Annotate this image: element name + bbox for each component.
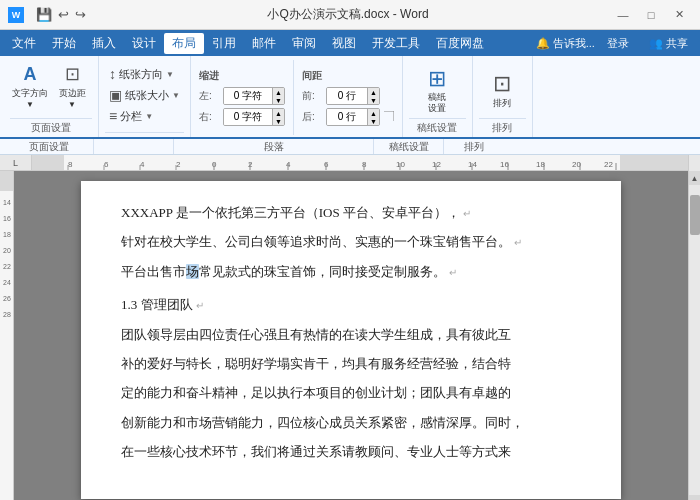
document-canvas[interactable]: XXXAPP 是一个依托第三方平台（IOS 平台、安卓平台）， ↵ 针对在校大学… bbox=[14, 171, 688, 500]
indent-left-down[interactable]: ▼ bbox=[272, 96, 284, 104]
scroll-up-button[interactable]: ▲ bbox=[689, 171, 701, 185]
document-content[interactable]: XXXAPP 是一个依托第三方平台（IOS 平台、安卓平台）， ↵ 针对在校大学… bbox=[121, 201, 581, 464]
paragraph-5-text: 在一些核心技术环节，我们将通过关系请教顾问、专业人士等方式来 bbox=[121, 444, 511, 459]
indent-left-label: 左: bbox=[199, 89, 219, 103]
spacing-after-spinner[interactable]: ▲ ▼ bbox=[326, 108, 380, 126]
text-direction-button[interactable]: A 文字方向 ▼ bbox=[10, 60, 50, 112]
menu-file[interactable]: 文件 bbox=[4, 33, 44, 54]
quick-access-toolbar: 💾 ↩ ↪ bbox=[36, 7, 86, 22]
paragraph-4d: 创新能力和市场营销能力，四位核心成员关系紧密，感情深厚。同时， bbox=[121, 411, 581, 434]
login-button[interactable]: 登录 bbox=[599, 34, 637, 53]
indent-right-down[interactable]: ▼ bbox=[272, 117, 284, 125]
menu-mailings[interactable]: 邮件 bbox=[244, 33, 284, 54]
window-controls: — □ ✕ bbox=[610, 5, 692, 25]
svg-text:2: 2 bbox=[176, 160, 181, 169]
cursor-highlight-char: 场 bbox=[186, 264, 199, 279]
tell-me-btn[interactable]: 🔔 告诉我... bbox=[536, 36, 595, 51]
paper-size-button[interactable]: ▣ 纸张大小 ▼ bbox=[105, 86, 184, 104]
paragraph-1: XXXAPP 是一个依托第三方平台（IOS 平台、安卓平台）， ↵ bbox=[121, 201, 581, 224]
ruler-scroll-area bbox=[688, 155, 700, 171]
paragraph-2-text: 针对在校大学生、公司白领等追求时尚、实惠的一个珠宝销售平台。 bbox=[121, 234, 511, 249]
window-title: 小Q办公演示文稿.docx - Word bbox=[86, 6, 610, 23]
spacing-label: 间距 bbox=[302, 69, 380, 83]
svg-text:4: 4 bbox=[140, 160, 145, 169]
spacing-before-up[interactable]: ▲ bbox=[367, 88, 379, 96]
indent-left-row: 左: ▲ ▼ bbox=[199, 87, 285, 105]
menu-view[interactable]: 视图 bbox=[324, 33, 364, 54]
scroll-thumb[interactable] bbox=[690, 195, 700, 235]
svg-text:22: 22 bbox=[3, 263, 11, 270]
paragraph-3-text-before: 平台出售市 bbox=[121, 264, 186, 279]
svg-rect-2 bbox=[620, 155, 688, 171]
save-quick-btn[interactable]: 💾 bbox=[36, 7, 52, 22]
menu-developer[interactable]: 开发工具 bbox=[364, 33, 428, 54]
indent-right-up[interactable]: ▲ bbox=[272, 109, 284, 117]
spacing-after-row: 后: ▲ ▼ bbox=[302, 108, 380, 126]
paper-orientation-button[interactable]: ↕ 纸张方向 ▼ bbox=[105, 65, 178, 83]
redo-quick-btn[interactable]: ↪ bbox=[75, 7, 86, 22]
paragraph-4c: 定的能力和奋斗精神，足以执行本项目的创业计划；团队具有卓越的 bbox=[121, 381, 581, 404]
svg-text:28: 28 bbox=[3, 311, 11, 318]
menu-review[interactable]: 审阅 bbox=[284, 33, 324, 54]
paragraph-4: 团队领导层由四位责任心强且有热情的在读大学生组成，具有彼此互 bbox=[121, 323, 581, 346]
draft-paper-button[interactable]: ⊞ 稿纸设置 bbox=[415, 64, 459, 116]
paragraph-2: 针对在校大学生、公司白领等追求时尚、实惠的一个珠宝销售平台。 ↵ bbox=[121, 230, 581, 253]
svg-text:10: 10 bbox=[396, 160, 405, 169]
indent-label: 缩进 bbox=[199, 69, 285, 83]
ruler-area: L 8 6 4 2 0 2 4 bbox=[0, 155, 700, 171]
main-area: 14 16 18 20 22 24 26 28 XXXAPP 是一个依托第三方平… bbox=[0, 171, 700, 500]
menu-insert[interactable]: 插入 bbox=[84, 33, 124, 54]
svg-text:16: 16 bbox=[3, 215, 11, 222]
menu-references[interactable]: 引用 bbox=[204, 33, 244, 54]
undo-quick-btn[interactable]: ↩ bbox=[58, 7, 69, 22]
ribbon-group-draft: ⊞ 稿纸设置 稿纸设置 bbox=[403, 56, 473, 137]
indent-left-spinner[interactable]: ▲ ▼ bbox=[223, 87, 285, 105]
spacing-before-spinner[interactable]: ▲ ▼ bbox=[326, 87, 380, 105]
indent-left-input[interactable] bbox=[224, 88, 272, 104]
ribbon-group-text-dir-content: A 文字方向 ▼ ⊡ 页边距 ▼ bbox=[10, 60, 92, 116]
spacing-before-row: 前: ▲ ▼ bbox=[302, 87, 380, 105]
document-page: XXXAPP 是一个依托第三方平台（IOS 平台、安卓平台）， ↵ 针对在校大学… bbox=[81, 181, 621, 499]
paragraph-3-pilcrow: ↵ bbox=[449, 267, 457, 278]
paragraph-expand bbox=[384, 111, 394, 135]
title-bar: W 💾 ↩ ↪ 小Q办公演示文稿.docx - Word — □ ✕ bbox=[0, 0, 700, 30]
group-label-pagesetup: 页面设置 bbox=[4, 139, 94, 154]
heading-1: 1.3 管理团队 ↵ bbox=[121, 293, 581, 316]
spacing-after-label: 后: bbox=[302, 110, 322, 124]
margins-button[interactable]: ⊡ 页边距 ▼ bbox=[52, 60, 92, 112]
menu-layout[interactable]: 布局 bbox=[164, 33, 204, 54]
columns-button[interactable]: ≡ 分栏 ▼ bbox=[105, 107, 157, 125]
paragraph-3-text-after: 常见款式的珠宝首饰，同时接受定制服务。 bbox=[199, 264, 446, 279]
scroll-down-button[interactable]: ▼ bbox=[689, 495, 701, 500]
ribbon-group-labels: 页面设置 段落 稿纸设置 排列 bbox=[0, 139, 700, 155]
indent-right-spinner[interactable]: ▲ ▼ bbox=[223, 108, 285, 126]
ribbon-group-paper: ↕ 纸张方向 ▼ ▣ 纸张大小 ▼ ≡ 分栏 ▼ bbox=[99, 56, 191, 137]
scroll-track[interactable] bbox=[689, 185, 701, 495]
close-button[interactable]: ✕ bbox=[666, 5, 692, 25]
word-app-icon: W bbox=[8, 7, 24, 23]
indent-left-up[interactable]: ▲ bbox=[272, 88, 284, 96]
menu-bar: 文件 开始 插入 设计 布局 引用 邮件 审阅 视图 开发工具 百度网盘 🔔 告… bbox=[0, 30, 700, 56]
spacing-before-down[interactable]: ▼ bbox=[367, 96, 379, 104]
menu-design[interactable]: 设计 bbox=[124, 33, 164, 54]
ribbon-draft-content: ⊞ 稿纸设置 bbox=[409, 60, 466, 116]
spacing-after-input[interactable] bbox=[327, 109, 367, 125]
ribbon-group-paper-content: ↕ 纸张方向 ▼ ▣ 纸张大小 ▼ ≡ 分栏 ▼ bbox=[105, 60, 184, 130]
spacing-after-down[interactable]: ▼ bbox=[367, 117, 379, 125]
minimize-button[interactable]: — bbox=[610, 5, 636, 25]
paragraph-4-line3: 定的能力和奋斗精神，足以执行本项目的创业计划；团队具有卓越的 bbox=[121, 385, 511, 400]
paragraph-4-line2: 补的爱好与特长，聪明好学塌实肯干，均具有服务经营经验，结合特 bbox=[121, 356, 511, 371]
arrange-button[interactable]: ⊡ 排列 bbox=[480, 64, 524, 116]
maximize-button[interactable]: □ bbox=[638, 5, 664, 25]
svg-text:20: 20 bbox=[3, 247, 11, 254]
spacing-after-up[interactable]: ▲ bbox=[367, 109, 379, 117]
share-button[interactable]: 👥 共享 bbox=[641, 34, 696, 53]
vertical-scrollbar[interactable]: ▲ ▼ bbox=[688, 171, 700, 500]
menu-home[interactable]: 开始 bbox=[44, 33, 84, 54]
ribbon-group-pagesetup-label: 页面设置 bbox=[10, 118, 92, 135]
paragraph-1-text: XXXAPP 是一个依托第三方平台（IOS 平台、安卓平台）， bbox=[121, 205, 460, 220]
spacing-before-label: 前: bbox=[302, 89, 322, 103]
indent-right-input[interactable] bbox=[224, 109, 272, 125]
menu-baidunetdisk[interactable]: 百度网盘 bbox=[428, 33, 492, 54]
spacing-before-input[interactable] bbox=[327, 88, 367, 104]
